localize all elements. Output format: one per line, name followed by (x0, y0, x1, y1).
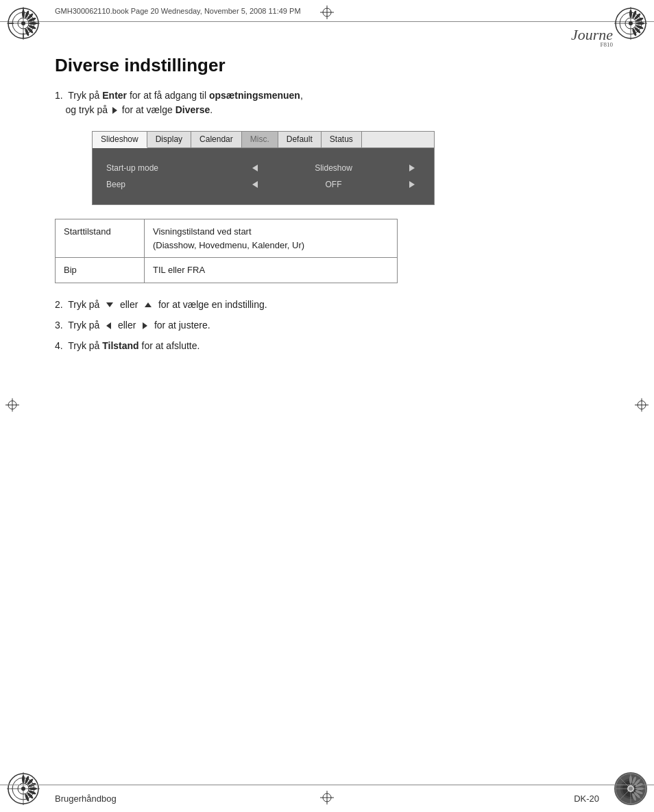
reg-mark-right (635, 398, 649, 414)
beep-arrow-right-icon[interactable] (409, 181, 415, 188)
arrow-right-icon (112, 107, 117, 114)
arrow-up-icon (145, 302, 152, 307)
device-tabs: Slideshow Display Calendar Misc. Default… (93, 132, 434, 148)
diverse-label: Diverse (175, 104, 210, 115)
tab-status[interactable]: Status (322, 132, 362, 147)
startup-arrow-right-icon[interactable] (409, 165, 415, 171)
svg-point-54 (629, 776, 632, 784)
step3-text: 3. Tryk på eller for at justere. (55, 318, 599, 333)
tab-misc[interactable]: Misc. (242, 132, 278, 147)
startup-mode-value: Slideshow (263, 163, 404, 173)
svg-point-9 (21, 21, 25, 25)
enter-key-label: Enter (102, 90, 127, 101)
tab-calendar[interactable]: Calendar (191, 132, 242, 147)
device-row-beep: Beep OFF (106, 180, 420, 189)
beep-arrow-left-icon[interactable] (252, 181, 258, 188)
table-cell-beep-value: TIL eller FRA (145, 258, 398, 283)
svg-point-37 (22, 775, 25, 783)
arrow-down-icon (106, 302, 113, 307)
step4-text: 4. Tryk på Tilstand for at afslutte. (55, 338, 599, 353)
svg-point-12 (29, 22, 37, 25)
footer-left: Brugerhåndbog (55, 793, 117, 804)
table-cell-startup-label: Starttilstand (56, 219, 145, 258)
device-ui-container: Slideshow Display Calendar Misc. Default… (71, 131, 599, 205)
startup-arrow-left-icon[interactable] (252, 165, 258, 171)
device-body: Start-up mode Slideshow Beep OFF (93, 148, 434, 204)
arrow-left-sm-icon (106, 322, 111, 329)
device-row-startup: Start-up mode Slideshow (106, 163, 420, 173)
arrow-right-sm-icon (143, 322, 147, 329)
tab-slideshow[interactable]: Slideshow (93, 132, 147, 148)
menu-label: opsætningsmenuen (209, 90, 300, 101)
tilstand-label: Tilstand (102, 340, 138, 351)
reg-mark-left (5, 398, 19, 414)
table-row-beep: Bip TIL eller FRA (56, 258, 398, 283)
table-cell-beep-label: Bip (56, 258, 145, 283)
device-ui: Slideshow Display Calendar Misc. Default… (92, 131, 435, 205)
tab-display[interactable]: Display (147, 132, 191, 147)
beep-label: Beep (106, 180, 247, 189)
info-table: Starttilstand Visningstilstand ved start… (55, 219, 398, 283)
page-title: Diverse indstillinger (55, 55, 599, 76)
startup-mode-label: Start-up mode (106, 163, 247, 173)
main-content: Diverse indstillinger 1. Tryk på Enter f… (55, 55, 599, 771)
reg-mark-top (320, 5, 334, 21)
svg-point-31 (629, 21, 633, 25)
step2-text: 2. Tryk på eller for at vælge en indstil… (55, 297, 599, 312)
svg-point-23 (629, 10, 632, 18)
footer-right: DK-20 (574, 793, 599, 804)
step1-text: 1. Tryk på Enter for at få adgang til op… (55, 88, 599, 117)
svg-point-25 (636, 22, 644, 25)
tab-default[interactable]: Default (278, 132, 322, 147)
beep-value: OFF (263, 180, 404, 189)
svg-point-10 (22, 10, 25, 18)
table-row-startup: Starttilstand Visningstilstand ved start… (56, 219, 398, 258)
table-cell-startup-value: Visningstilstand ved start(Diasshow, Hov… (145, 219, 398, 258)
header-book-info: GMH300062110.book Page 20 Wednesday, Nov… (55, 7, 301, 15)
footer: Brugerhåndbog DK-20 (0, 785, 654, 812)
corner-decoration-tr (613, 5, 649, 41)
corner-decoration-tl (5, 5, 41, 41)
brand-logo: Journe F810 (571, 26, 613, 48)
